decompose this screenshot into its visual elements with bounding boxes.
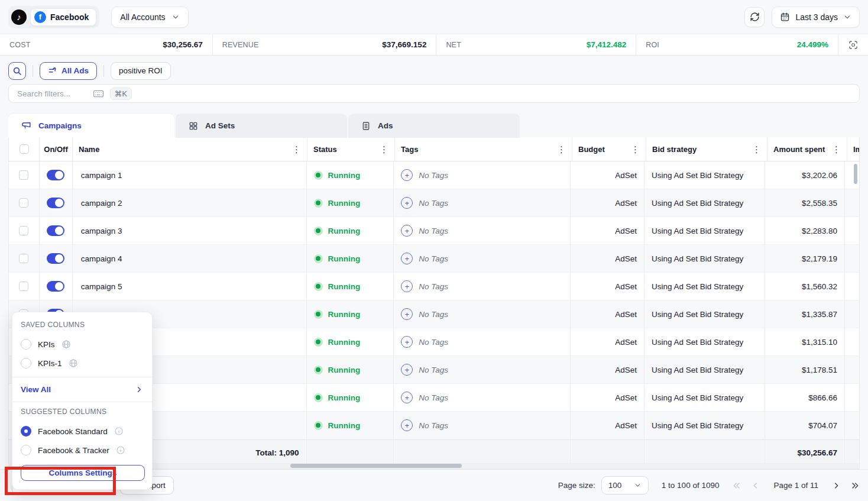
add-tag-icon[interactable]: + [401, 392, 413, 403]
table-row[interactable]: campaign 5 Running +No Tags AdSet Using … [9, 273, 859, 300]
add-tag-icon[interactable]: + [401, 336, 413, 348]
column-menu-icon[interactable]: ⋮ [832, 145, 841, 154]
saved-columns-title: SAVED COLUMNS [12, 319, 152, 335]
table-header: On/Off Name⋮ Status⋮ Tags⋮ Budget⋮ Bid s… [9, 137, 859, 161]
next-page-icon[interactable] [831, 481, 841, 490]
header-bid-strategy[interactable]: Bid strategy⋮ [646, 137, 767, 161]
add-tag-icon[interactable]: + [401, 308, 413, 320]
suggested-column-facebook-tracker[interactable]: Facebook & Tracker [12, 441, 152, 460]
last-page-icon[interactable] [850, 481, 860, 490]
column-menu-icon[interactable]: ⋮ [292, 145, 301, 154]
facebook-platform-button[interactable]: f Facebook [30, 8, 96, 26]
row-checkbox[interactable] [19, 226, 28, 235]
column-menu-icon[interactable]: ⋮ [631, 145, 640, 154]
tiktok-icon[interactable]: ♪ [11, 9, 27, 25]
search-filters-box[interactable]: ⌘K [8, 84, 860, 103]
on-off-toggle[interactable] [47, 170, 64, 180]
top-bar: ♪ f Facebook All Accounts Last 3 days [0, 0, 868, 34]
budget-value: AdSet [615, 366, 637, 374]
amount-spent-value: $2,283.80 [802, 227, 837, 235]
previous-page-icon[interactable] [751, 481, 760, 490]
stat-revenue-label: REVENUE [222, 41, 259, 49]
budget-value: AdSet [615, 310, 637, 319]
page-size-select[interactable]: 100 [601, 476, 649, 494]
table-row[interactable]: campaign 1 Running +No Tags AdSet Using … [9, 161, 859, 189]
divider [12, 377, 152, 377]
header-amount-spent[interactable]: Amount spent⋮ [767, 137, 847, 161]
tab-campaigns[interactable]: Campaigns [8, 114, 174, 138]
search-filters-input[interactable] [17, 89, 87, 98]
view-all-link[interactable]: View All [12, 382, 152, 397]
select-all-checkbox[interactable] [20, 144, 29, 154]
add-tag-icon[interactable]: + [401, 225, 413, 237]
suggested-column-facebook-standard[interactable]: Facebook Standard [12, 422, 152, 441]
column-menu-icon[interactable]: ⋮ [557, 145, 566, 154]
header-tags[interactable]: Tags⋮ [395, 137, 572, 161]
column-menu-icon[interactable]: ⋮ [752, 145, 761, 154]
row-checkbox[interactable] [19, 198, 28, 208]
status-dot-icon [314, 310, 323, 319]
saved-column-kpis-1[interactable]: KPIs-1 [12, 354, 152, 373]
stats-bar: COST $30,256.67 REVENUE $37,669.152 NET … [0, 34, 868, 56]
globe-icon [69, 358, 78, 368]
row-checkbox[interactable] [19, 254, 28, 263]
vertical-scrollbar[interactable] [854, 164, 857, 184]
add-tag-icon[interactable]: + [401, 364, 413, 376]
account-selector[interactable]: All Accounts [111, 7, 188, 28]
on-off-toggle[interactable] [47, 281, 64, 292]
add-tag-icon[interactable]: + [401, 280, 413, 292]
amount-spent-value: $1,315.10 [802, 338, 837, 347]
header-impressions[interactable]: Imp [847, 137, 859, 161]
globe-icon [61, 340, 71, 349]
refresh-button[interactable] [744, 7, 765, 27]
row-range-text: 1 to 100 of 1090 [662, 481, 720, 490]
shortcut-badge: ⌘K [110, 88, 132, 100]
filter-chip-label: positive ROI [119, 66, 163, 75]
row-checkbox[interactable] [19, 170, 28, 180]
status-dot-icon [314, 421, 323, 430]
on-off-toggle[interactable] [47, 225, 64, 236]
table-row[interactable]: campaign 4 Running +No Tags AdSet Using … [9, 245, 859, 273]
radio-icon[interactable] [21, 339, 31, 350]
header-on-off[interactable]: On/Off [40, 137, 73, 161]
first-page-icon[interactable] [732, 481, 741, 490]
amount-spent-value: $866.66 [808, 393, 837, 402]
stats-focus-button[interactable] [838, 34, 868, 55]
amount-spent-value: $1,335.87 [802, 310, 837, 319]
facebook-label: Facebook [50, 12, 89, 22]
horizontal-scrollbar[interactable] [290, 464, 462, 468]
add-tag-icon[interactable]: + [401, 197, 413, 209]
row-checkbox[interactable] [19, 282, 28, 291]
radio-icon[interactable] [21, 358, 31, 369]
row-name: campaign 1 [80, 171, 122, 180]
header-name[interactable]: Name⋮ [73, 137, 307, 161]
all-ads-filter-button[interactable]: All Ads [40, 62, 97, 80]
table-row[interactable]: campaign 2 Running +No Tags AdSet Using … [9, 189, 859, 217]
add-tag-icon[interactable]: + [401, 169, 413, 181]
saved-column-kpis[interactable]: KPIs [12, 335, 152, 354]
add-tag-icon[interactable]: + [401, 419, 413, 431]
on-off-toggle[interactable] [47, 253, 64, 264]
date-range-selector[interactable]: Last 3 days [772, 7, 860, 28]
search-button[interactable] [8, 62, 26, 80]
bid-strategy-value: Using Ad Set Bid Strategy [652, 227, 743, 235]
row-name: campaign 5 [80, 282, 122, 291]
stat-roi: ROI 24.499% [636, 34, 838, 55]
search-icon [12, 66, 22, 76]
column-menu-icon[interactable]: ⋮ [380, 145, 388, 154]
tab-ad-sets[interactable]: Ad Sets [176, 114, 347, 138]
on-off-toggle[interactable] [47, 198, 64, 208]
tab-campaigns-label: Campaigns [38, 121, 82, 130]
columns-settings-button[interactable]: Columns Settings [21, 465, 145, 481]
chevron-down-icon [171, 13, 180, 21]
bid-strategy-value: Using Ad Set Bid Strategy [652, 310, 743, 319]
radio-selected-icon[interactable] [21, 426, 31, 437]
bid-strategy-value: Using Ad Set Bid Strategy [652, 338, 743, 347]
table-row[interactable]: campaign 3 Running +No Tags AdSet Using … [9, 217, 859, 245]
radio-icon[interactable] [21, 445, 31, 455]
add-tag-icon[interactable]: + [401, 253, 413, 264]
filter-chip-positive-roi[interactable]: positive ROI [111, 62, 171, 80]
header-budget[interactable]: Budget⋮ [572, 137, 646, 161]
tab-ads[interactable]: Ads [348, 114, 520, 138]
header-status[interactable]: Status⋮ [307, 137, 395, 161]
